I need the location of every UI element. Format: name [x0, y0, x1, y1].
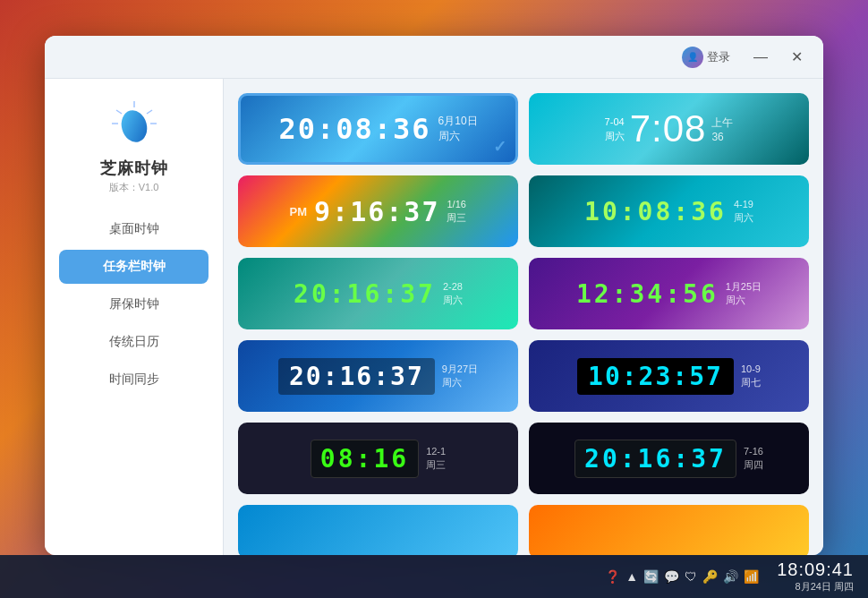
clock-card-10[interactable]: 20:16:37 7-16 周四: [529, 423, 809, 494]
clock-5-date: 2-28: [443, 280, 463, 294]
taskbar-icon-volume[interactable]: 🔊: [723, 569, 738, 584]
clock-8-time-box: 10:23:57: [577, 358, 734, 395]
clock-1-date-info: 6月10日 周六: [438, 114, 478, 144]
taskbar-icon-question[interactable]: ❓: [605, 569, 620, 584]
clock-10-time: 20:16:37: [584, 444, 727, 474]
taskbar-time: 18:09:41: [777, 560, 854, 580]
sidebar-item-screensaver-clock[interactable]: 屏保时钟: [59, 287, 208, 321]
clock-8-time: 10:23:57: [588, 362, 723, 391]
app-body: 芝麻时钟 版本：V1.0 桌面时钟 任务栏时钟 屏保时钟 传统日历 时间同步: [45, 79, 823, 555]
app-version: 版本：V1.0: [109, 181, 159, 194]
clock-3-ampm: PM: [290, 205, 308, 218]
taskbar: ❓ ▲ 🔄 💬 🛡 🔑 🔊 📶 18:09:41 8月24日 周四: [0, 555, 868, 598]
clock-display-10: 20:16:37 7-16 周四: [529, 440, 809, 478]
clock-2-time: 7:08: [630, 107, 707, 150]
clock-display-7: 20:16:37 9月27日 周六: [238, 358, 518, 395]
sidebar-item-time-sync[interactable]: 时间同步: [59, 363, 208, 397]
clock-card-1[interactable]: 20:08:36 6月10日 周六 ✓: [238, 93, 518, 165]
minimize-icon: —: [753, 49, 768, 65]
clock-display-1: 20:08:36 6月10日 周六: [241, 112, 515, 146]
sidebar-item-traditional-calendar[interactable]: 传统日历: [59, 325, 208, 359]
app-name: 芝麻时钟: [100, 158, 168, 179]
clock-card-5[interactable]: 20:16:37 2-28 周六: [238, 258, 518, 329]
clock-10-weekday: 周四: [744, 458, 763, 472]
main-content: 20:08:36 6月10日 周六 ✓ 7-04 周六: [224, 79, 823, 555]
clock-card-bottom-2[interactable]: [529, 505, 809, 555]
clock-card-8[interactable]: 10:23:57 10-9 周七: [529, 340, 809, 412]
clock-2-date: 7-04 周六: [605, 115, 625, 144]
clock-8-weekday: 周七: [741, 376, 761, 389]
clock-10-time-box: 20:16:37: [574, 440, 736, 478]
clock-5-weekday: 周六: [443, 294, 463, 307]
clock-9-time: 08:16: [320, 444, 409, 474]
sidebar-menu: 桌面时钟 任务栏时钟 屏保时钟 传统日历 时间同步: [45, 212, 223, 397]
taskbar-system-icons: ❓ ▲ 🔄 💬 🛡 🔑 🔊 📶: [605, 569, 759, 584]
clock-2-ampm: 上午: [711, 115, 733, 131]
clock-3-date-info: 1/16 周三: [447, 198, 466, 226]
clock-7-weekday: 周六: [442, 376, 478, 389]
clock-card-7[interactable]: 20:16:37 9月27日 周六: [238, 340, 518, 412]
minimize-button[interactable]: —: [748, 45, 773, 70]
taskbar-icon-shield[interactable]: 🛡: [685, 569, 697, 584]
login-button[interactable]: 👤 登录: [675, 43, 737, 72]
taskbar-date: 8月24日 周四: [796, 580, 854, 594]
clock-2-date-top: 7-04: [605, 115, 625, 130]
title-bar-actions: 👤 登录 — ✕: [675, 43, 809, 72]
clock-8-date: 10-9: [741, 363, 761, 376]
clock-9-date-info: 12-1 周三: [426, 445, 446, 473]
clock-7-time: 20:16:37: [289, 362, 424, 391]
taskbar-clock[interactable]: 18:09:41 8月24日 周四: [777, 560, 854, 594]
clock-card-2[interactable]: 7-04 周六 7:08 上午 36: [529, 93, 809, 165]
clock-7-date-info: 9月27日 周六: [442, 363, 478, 390]
avatar-icon: 👤: [682, 47, 703, 68]
clock-card-6[interactable]: 12:34:56 1月25日 周六: [529, 258, 809, 329]
sidebar: 芝麻时钟 版本：V1.0 桌面时钟 任务栏时钟 屏保时钟 传统日历 时间同步: [45, 79, 224, 555]
clock-display-4: 10:08:36 4-19 周六: [529, 197, 809, 226]
close-button[interactable]: ✕: [784, 45, 809, 70]
taskbar-icon-key[interactable]: 🔑: [702, 569, 718, 584]
clock-7-time-box: 20:16:37: [278, 358, 435, 395]
clock-display-9: 08:16 12-1 周三: [238, 440, 518, 478]
clock-display-8: 10:23:57 10-9 周七: [529, 358, 809, 395]
clock-card-9[interactable]: 08:16 12-1 周三: [238, 423, 518, 494]
clock-10-date: 7-16: [744, 445, 763, 458]
taskbar-icon-chat[interactable]: 💬: [664, 569, 679, 584]
clock-5-time: 20:16:37: [294, 279, 436, 309]
app-logo: [107, 97, 161, 150]
svg-line-3: [116, 110, 122, 114]
sidebar-item-desktop-clock[interactable]: 桌面时钟: [59, 212, 208, 246]
svg-point-5: [117, 107, 149, 145]
clock-6-date: 1月25日: [726, 280, 762, 294]
clock-2-minutes: 36: [711, 131, 723, 143]
taskbar-icon-refresh[interactable]: 🔄: [643, 569, 659, 584]
clock-1-time: 20:08:36: [278, 112, 430, 146]
clock-card-3[interactable]: PM 9:16:37 1/16 周三: [238, 175, 518, 247]
clock-7-date: 9月27日: [442, 363, 478, 376]
clock-5-date-info: 2-28 周六: [443, 280, 463, 308]
taskbar-icon-signal[interactable]: 📶: [744, 569, 759, 584]
logo-area: 芝麻时钟 版本：V1.0: [100, 97, 168, 194]
clock-2-weekday: 周六: [605, 129, 625, 144]
clock-card-4[interactable]: 10:08:36 4-19 周六: [529, 175, 809, 247]
login-label: 登录: [707, 49, 730, 65]
clock-display-6: 12:34:56 1月25日 周六: [529, 279, 809, 309]
taskbar-icon-arrow-up[interactable]: ▲: [625, 569, 638, 584]
selected-checkmark: ✓: [493, 137, 506, 157]
app-window: 👤 登录 — ✕: [45, 36, 823, 555]
clock-3-date: 1/16: [447, 198, 466, 211]
clock-9-time-box: 08:16: [311, 440, 419, 478]
clock-2-ampm-min: 上午 36: [711, 115, 733, 143]
clock-card-bottom-1[interactable]: [238, 505, 518, 555]
clock-9-date: 12-1: [426, 445, 446, 458]
clock-4-date: 4-19: [734, 198, 753, 211]
clock-4-date-info: 4-19 周六: [734, 198, 753, 226]
clock-display-2: 7-04 周六 7:08 上午 36: [529, 107, 809, 150]
clock-3-weekday: 周三: [447, 211, 466, 225]
sidebar-item-taskbar-clock[interactable]: 任务栏时钟: [59, 250, 208, 284]
clock-3-time: 9:16:37: [314, 196, 439, 227]
clocks-grid: 20:08:36 6月10日 周六 ✓ 7-04 周六: [238, 93, 809, 555]
close-icon: ✕: [791, 48, 803, 65]
clock-4-weekday: 周六: [734, 211, 753, 225]
clock-display-3: PM 9:16:37 1/16 周三: [238, 196, 518, 227]
clock-8-date-info: 10-9 周七: [741, 363, 761, 390]
